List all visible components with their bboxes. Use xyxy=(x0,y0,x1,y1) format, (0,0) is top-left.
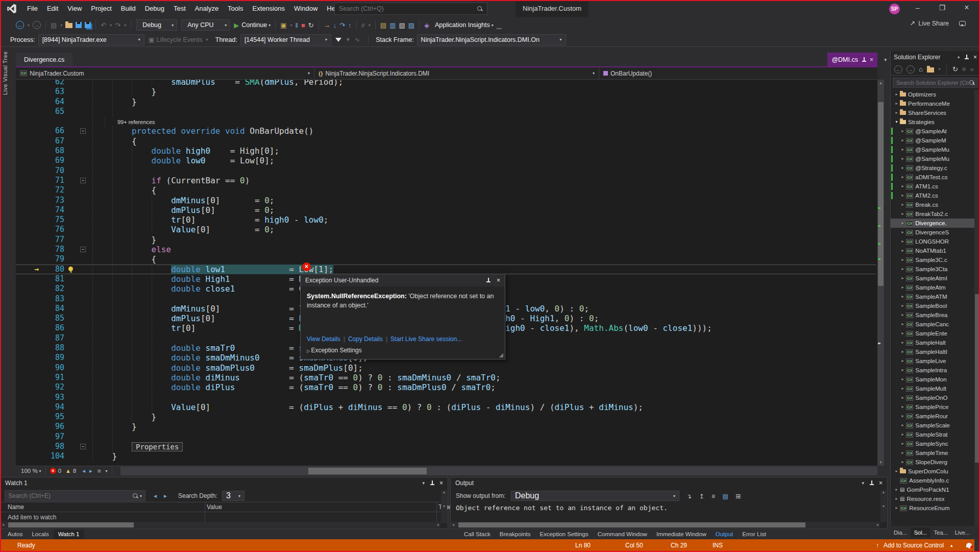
tab-watch-1[interactable]: Watch 1 xyxy=(54,529,84,539)
menu-extensions[interactable]: Extensions xyxy=(248,0,289,17)
lightbulb-icon[interactable] xyxy=(68,267,73,271)
hex-display-icon[interactable]: # xyxy=(361,21,365,29)
attach-caret-icon[interactable]: ▾ xyxy=(290,23,292,28)
next-issue-icon[interactable]: ▸ xyxy=(89,467,92,474)
platform-dropdown[interactable]: Any CPU▾ xyxy=(181,19,230,31)
open-folder-icon[interactable] xyxy=(65,22,72,28)
goto-message-icon[interactable]: ↴ xyxy=(687,493,692,500)
expand-arrow-icon[interactable]: ▸ xyxy=(900,347,905,356)
search-depth-dropdown[interactable]: 3▾ xyxy=(222,491,244,501)
navigate-doc-icon[interactable]: ▤ xyxy=(380,21,386,29)
tree-item-samplecanc[interactable]: ▸C#SampleCanc xyxy=(891,320,980,329)
live-share-label[interactable]: Live Share xyxy=(918,20,949,27)
config-dropdown[interactable]: Debug▾ xyxy=(136,19,177,31)
tree-item-resource-resx[interactable]: ▸ ▤Resource.resx xyxy=(891,494,980,503)
tab-immediate-window[interactable]: Immediate Window xyxy=(652,529,711,539)
step-into-icon[interactable]: ↓ xyxy=(333,21,337,29)
forward-icon[interactable]: → xyxy=(33,21,41,29)
quick-search-box[interactable] xyxy=(334,3,487,15)
solution-explorer-header[interactable]: Solution Explorer ▾ × xyxy=(891,51,980,63)
attach-process-icon[interactable]: ▣ xyxy=(280,21,286,29)
continue-button[interactable]: ▶Continue▾ xyxy=(234,21,271,29)
expand-arrow-icon[interactable]: ▸ xyxy=(900,246,905,255)
zoom-control[interactable]: 100 % xyxy=(21,468,38,474)
view-details-link[interactable]: View Details xyxy=(307,335,340,343)
window-position-icon[interactable]: ▾ xyxy=(862,481,864,486)
se-forward-icon[interactable]: → xyxy=(906,65,915,74)
tree-item-shareservices[interactable]: ▸ShareServices xyxy=(891,108,980,117)
tab-breakpoints[interactable]: Breakpoints xyxy=(495,529,535,539)
expand-arrow-icon[interactable]: ▸ xyxy=(900,338,905,347)
editor-vertical-scrollbar[interactable]: ▲ ▼ xyxy=(877,80,884,466)
tree-item-samplemult[interactable]: ▸C#SampleMult xyxy=(891,384,980,393)
save-icon[interactable] xyxy=(76,22,82,28)
output-panel-header[interactable]: Output ▾ × xyxy=(451,477,887,489)
flag-threads-icon[interactable]: ▼ xyxy=(346,37,351,42)
se-tab-tea-[interactable]: Tea... xyxy=(930,527,951,538)
se-tab-dia-[interactable]: Dia... xyxy=(890,527,911,538)
tree-item-break-cs[interactable]: ▸C#Break.cs xyxy=(891,200,980,209)
tree-item-slopediverg[interactable]: ▸C#SlopeDiverg xyxy=(891,458,980,467)
expand-arrow-icon[interactable]: ▸ xyxy=(900,200,905,209)
break-all-icon[interactable]: ‖ xyxy=(296,21,298,29)
redo-caret-icon[interactable]: ▾ xyxy=(124,23,126,28)
expand-arrow-icon[interactable]: ▸ xyxy=(900,310,905,320)
se-collapse-caret-icon[interactable]: ▾ xyxy=(938,67,941,71)
tree-item--samplemu[interactable]: ▸C#@SampleMu xyxy=(891,145,980,154)
live-visual-tree-tab[interactable]: Live Visual Tree xyxy=(2,51,8,95)
search-prev-icon[interactable]: ◂ xyxy=(154,492,157,499)
tree-item-samplebrea[interactable]: ▸C#SampleBrea xyxy=(891,310,980,320)
tab-call-stack[interactable]: Call Stack xyxy=(459,529,495,539)
menu-edit[interactable]: Edit xyxy=(42,0,63,17)
se-more-icon[interactable]: » xyxy=(970,65,973,73)
output-vertical-scrollbar[interactable]: ▲▼ xyxy=(880,490,887,522)
process-dropdown[interactable]: [8944] NinjaTrader.exe▾ xyxy=(38,34,144,45)
menu-file[interactable]: File xyxy=(22,0,42,17)
interrupt-icon[interactable]: ↥ xyxy=(699,493,704,500)
tree-item-atm1-cs[interactable]: ▸C#ATM1.cs xyxy=(891,182,980,191)
se-tab-sol-[interactable]: Sol... xyxy=(911,527,930,538)
expand-arrow-icon[interactable]: ▸ xyxy=(900,375,905,384)
expand-arrow-icon[interactable]: ▸ xyxy=(900,301,905,310)
redo-icon[interactable]: ↷ xyxy=(115,21,120,29)
tree-item-sample3cta[interactable]: ▸C#Sample3Cta xyxy=(891,265,980,274)
tree-item-samplehalti[interactable]: ▸C#SampleHaltI xyxy=(891,347,980,356)
tree-item--strategy-c[interactable]: ▸C#@Strategy.c xyxy=(891,163,980,173)
restore-button[interactable]: ❐ xyxy=(931,0,953,15)
undo-caret-icon[interactable]: ▾ xyxy=(109,23,112,28)
tree-item-samplehalt[interactable]: ▸C#SampleHalt xyxy=(891,338,980,347)
tab-divergence-cs[interactable]: Divergence.cs xyxy=(16,53,72,67)
close-button[interactable]: × xyxy=(955,0,978,15)
account-avatar[interactable]: SP xyxy=(889,4,900,14)
show-next-statement-icon[interactable]: → xyxy=(324,21,330,29)
watch-search-box[interactable]: ▾ xyxy=(5,490,145,501)
stack-frame-dropdown[interactable]: NinjaTrader.NinjaScript.Indicators.DMI.O… xyxy=(417,34,566,45)
pin-icon[interactable] xyxy=(964,55,969,60)
quick-search-input[interactable] xyxy=(339,5,477,12)
tab-autos[interactable]: Autos xyxy=(3,529,27,539)
se-sync-icon[interactable]: ↻ xyxy=(952,65,958,73)
breadcrumb-type[interactable]: {} NinjaTrader.NinjaScript.Indicators.DM… xyxy=(314,67,599,79)
copy-details-link[interactable]: Copy Details xyxy=(348,335,383,343)
close-tab-icon[interactable]: × xyxy=(870,53,873,67)
tree-item-sampleente[interactable]: ▸C#SampleEnte xyxy=(891,329,980,338)
close-icon[interactable]: × xyxy=(973,54,977,61)
expand-arrow-icon[interactable]: ▸ xyxy=(894,485,899,494)
expand-arrow-icon[interactable]: ▸ xyxy=(900,458,905,467)
warning-count[interactable]: 8 xyxy=(73,468,76,474)
exception-error-icon[interactable]: × xyxy=(302,262,311,271)
step-out-icon[interactable]: ↑ xyxy=(348,21,352,29)
expand-arrow-icon[interactable]: ▸ xyxy=(900,182,905,191)
tree-item-sampletime[interactable]: ▸C#SampleTime xyxy=(891,448,980,458)
tree-item-sample3c-c[interactable]: ▸C#Sample3C.c xyxy=(891,255,980,265)
tree-item-resourceenum[interactable]: ▸C#ResourceEnum xyxy=(891,503,980,513)
close-icon[interactable]: × xyxy=(439,479,443,487)
fold-marker-icon[interactable]: − xyxy=(80,178,86,183)
scroll-down-icon[interactable]: ▼ xyxy=(877,460,884,465)
fold-marker-icon[interactable]: − xyxy=(80,247,86,252)
restart-icon[interactable]: ↻ xyxy=(308,21,314,29)
expand-arrow-icon[interactable]: ▸ xyxy=(894,99,899,108)
menu-analyze[interactable]: Analyze xyxy=(190,0,223,17)
start-live-share-link[interactable]: Start Live Share session... xyxy=(390,335,462,343)
exception-settings-expander[interactable]: ▷ Exception Settings xyxy=(307,347,362,354)
